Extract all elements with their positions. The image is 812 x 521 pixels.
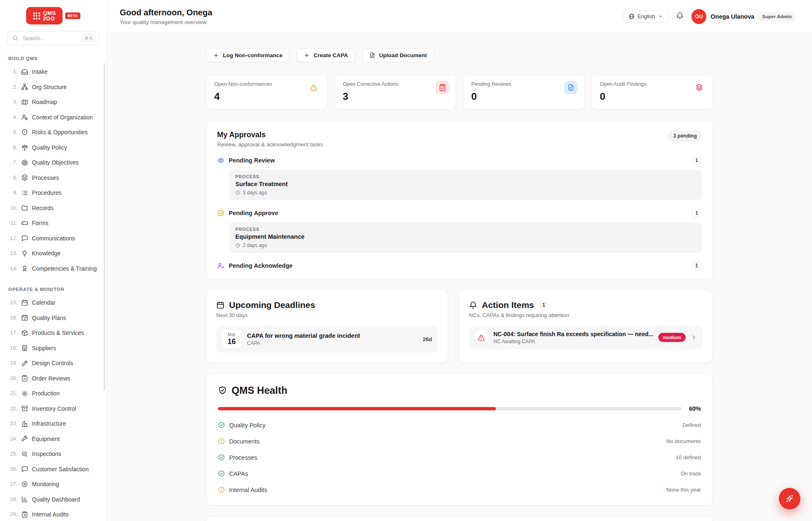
approval-group-header[interactable]: Pending Approve1 xyxy=(217,208,702,218)
stat-cards: Open Non-conformances4Open Corrective Ac… xyxy=(206,74,713,110)
sidebar-item-suppliers[interactable]: 18.Suppliers xyxy=(5,341,102,356)
health-row-processes: Processes10 defined xyxy=(218,449,701,465)
sidebar-item-calendar[interactable]: 15.Calendar xyxy=(5,295,102,310)
brand-logo[interactable]: QMS2GO xyxy=(26,7,63,24)
approval-group-count: 1 xyxy=(691,261,702,270)
action-item-subtitle: NC Awaiting CAPA xyxy=(493,339,653,344)
sidebar-item-org-structure[interactable]: 2.Org Structure xyxy=(5,80,102,95)
deadline-month: Mar xyxy=(222,332,241,337)
nav-item-label: Knowledge xyxy=(32,250,60,257)
sidebar-item-inspections[interactable]: 25.Inspections xyxy=(5,446,102,462)
nav-item-number: 2. xyxy=(8,84,17,90)
nav-item-label: Monitoring xyxy=(32,481,59,487)
sidebar-item-infrastructure[interactable]: 23.Infrastructure xyxy=(5,416,102,431)
sidebar-item-communications[interactable]: 12.Communications xyxy=(5,231,102,246)
sidebar-item-competencies-training[interactable]: 14.Competencies & Training xyxy=(5,261,102,276)
nav-item-label: Forms xyxy=(32,220,48,226)
sidebar-item-customer-satisfaction[interactable]: 26.Customer Satisfaction xyxy=(5,462,102,477)
action-items-card: Action Items 1 NCs, CAPAs & findings req… xyxy=(459,290,713,363)
deadline-date: Mar16 xyxy=(222,330,241,349)
language-label: English xyxy=(638,13,655,19)
sidebar-item-quality-plans[interactable]: 16.Quality Plans xyxy=(5,310,102,326)
health-row-documents: DocumentsNo documents xyxy=(218,433,701,449)
nav-item-label: Procedures xyxy=(32,189,62,196)
sidebar-scrollbar[interactable] xyxy=(104,63,105,390)
stat-card-open-audit-findings[interactable]: Open Audit Findings0 xyxy=(592,74,713,110)
approval-group-label: Pending Approve xyxy=(229,210,687,216)
alert-triangle-icon xyxy=(474,330,488,344)
qms-health-progress-fill xyxy=(218,407,496,410)
nav-item-number: 15. xyxy=(8,300,17,305)
upload-document-button[interactable]: Upload Document xyxy=(362,48,434,62)
approval-group-count: 1 xyxy=(691,208,702,218)
avatar[interactable]: OU xyxy=(691,9,706,24)
sidebar-item-processes[interactable]: 8.Processes xyxy=(5,170,102,186)
search-input[interactable] xyxy=(22,35,79,42)
alert-triangle-icon xyxy=(310,84,317,91)
sidebar-item-monitoring[interactable]: 27.Monitoring xyxy=(5,477,102,492)
stat-card-open-non-conformances[interactable]: Open Non-conformances4 xyxy=(206,74,327,110)
create-capa-button[interactable]: Create CAPA xyxy=(297,48,355,62)
nav-item-label: Intake xyxy=(32,68,48,75)
nav-item-label: Quality Policy xyxy=(32,144,67,151)
search-box[interactable]: ⌘ K xyxy=(7,31,99,45)
qms-health-title: QMS Health xyxy=(232,385,288,396)
sidebar-item-intake[interactable]: 1.Intake xyxy=(5,64,102,80)
action-item[interactable]: NC-004: Surface finish Ra exceeds specif… xyxy=(469,326,703,349)
sidebar-item-inventory-control[interactable]: 22.Inventory Control xyxy=(5,401,102,417)
approval-group-label: Pending Acknowledge xyxy=(229,262,687,269)
log-non-conformance-button[interactable]: Log Non-conformance xyxy=(206,48,290,62)
sidebar-item-design-controls[interactable]: 19.Design Controls xyxy=(5,356,102,371)
notifications-button[interactable] xyxy=(676,12,684,21)
assistant-fab[interactable] xyxy=(779,488,800,509)
nav-item-number: 17. xyxy=(8,330,17,336)
quick-action-label: Upload Document xyxy=(379,52,427,58)
sidebar-item-quality-dashboard[interactable]: 28.Quality Dashboard xyxy=(5,492,102,507)
approval-group-pending-review: Pending Review1PROCESSSurface Treatment3… xyxy=(217,156,702,200)
sidebar-item-procedures[interactable]: 9.Procedures xyxy=(5,185,102,201)
health-row-internal-audits: Internal AuditsNone this year xyxy=(218,482,701,498)
sidebar-item-internal-audits[interactable]: 29.Internal Audits xyxy=(5,507,102,521)
language-selector[interactable]: English xyxy=(624,10,669,23)
sidebar-item-risks-opportunities[interactable]: 5.Risks & Opportunities xyxy=(5,125,102,140)
qms-health-progress-row: 60% xyxy=(218,405,701,412)
sidebar-item-quality-policy[interactable]: 6.Quality Policy xyxy=(5,140,102,155)
stat-card-pending-reviews[interactable]: Pending Reviews0 xyxy=(463,74,585,110)
health-row-label: CAPAs xyxy=(229,470,248,477)
approval-item-time: 3 days ago xyxy=(235,190,696,196)
circle-check-icon xyxy=(218,422,225,429)
folder-icon xyxy=(21,204,28,211)
shield-check-icon xyxy=(218,386,227,395)
alert-circle-icon xyxy=(218,486,225,493)
sidebar-item-forms[interactable]: 11.Forms xyxy=(5,216,102,231)
scan-eye-icon xyxy=(21,481,28,488)
sidebar-item-context-of-organization[interactable]: 4.Context of Organization xyxy=(5,110,102,125)
deadline-item[interactable]: Mar16CAPA for wrong material grade incid… xyxy=(216,326,438,353)
user-gear-icon xyxy=(21,114,28,121)
pending-count-badge: 3 pending xyxy=(668,131,702,141)
qms-health-card: QMS Health 60% Quality PolicyDefinedDocu… xyxy=(206,373,713,506)
sidebar-item-order-reviews[interactable]: 20.Order Reviews xyxy=(5,371,102,386)
building-icon xyxy=(21,344,28,351)
sidebar-item-equipment[interactable]: 24.Equipment xyxy=(5,431,102,447)
approval-item[interactable]: PROCESSEquipment Maintenance2 days ago xyxy=(229,222,702,253)
logo-grid-icon xyxy=(33,12,40,19)
sidebar-item-products-services[interactable]: 17.Products & Services xyxy=(5,325,102,341)
clipboard-check-icon xyxy=(21,375,28,382)
sidebar-item-quality-objectives[interactable]: 7.Quality Objectives xyxy=(5,155,102,170)
stat-label: Open Non-conformances xyxy=(214,81,319,87)
sidebar-item-records[interactable]: 10.Records xyxy=(5,201,102,216)
user-menu[interactable]: OU Onega Ulanova Super Admin xyxy=(691,9,795,24)
approval-group-header[interactable]: Pending Review1 xyxy=(217,156,702,165)
chevron-right-icon[interactable] xyxy=(691,334,697,341)
sidebar-item-production[interactable]: 21.Production xyxy=(5,386,102,401)
form-input-icon xyxy=(21,220,28,227)
stat-card-open-corrective-actions[interactable]: Open Corrective Actions3 xyxy=(334,74,456,110)
sidebar-item-roadmap[interactable]: 3.Roadmap xyxy=(5,95,102,110)
approval-item[interactable]: PROCESSSurface Treatment3 days ago xyxy=(229,170,702,200)
nav-item-label: Quality Plans xyxy=(32,315,66,321)
action-item-title: NC-004: Surface finish Ra exceeds specif… xyxy=(493,331,653,337)
approval-group-header[interactable]: Pending Acknowledge1 xyxy=(217,261,702,270)
sidebar-item-knowledge[interactable]: 13.Knowledge xyxy=(5,246,102,261)
approval-item-type: PROCESS xyxy=(235,227,696,232)
